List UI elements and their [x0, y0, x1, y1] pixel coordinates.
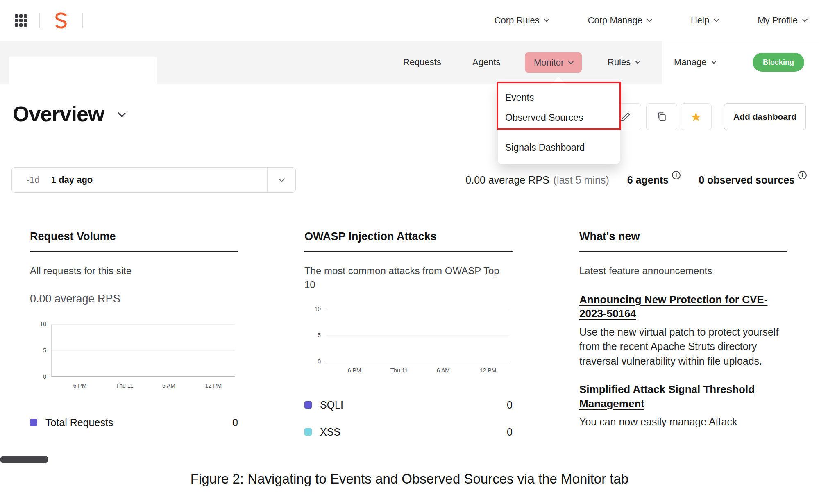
tab-agents[interactable]: Agents: [472, 41, 501, 84]
legend-label: XSS: [320, 426, 507, 438]
legend-label: Total Requests: [45, 417, 232, 429]
tab-requests[interactable]: Requests: [403, 41, 441, 84]
legend-value: 0: [507, 426, 513, 438]
observed-sources-link[interactable]: 0 observed sources: [699, 174, 807, 186]
chevron-down-icon: [568, 59, 574, 64]
nav-help[interactable]: Help: [691, 15, 718, 26]
signal-sciences-logo-icon[interactable]: [52, 11, 70, 30]
title-underline: [304, 251, 513, 252]
info-icon[interactable]: [798, 171, 807, 179]
badge-label: Blocking: [763, 58, 794, 67]
summary-stats: 0.00 average RPS(last 5 mins) 6 agents 0…: [465, 167, 807, 193]
page-header: Overview: [13, 102, 125, 126]
screenshot-root: Corp Rules Corp Manage Help My Profile R…: [0, 0, 819, 504]
menu-item-events[interactable]: Events: [498, 88, 620, 108]
nav-corp-rules[interactable]: Corp Rules: [495, 15, 549, 26]
card-subtitle: Latest feature announcements: [579, 264, 787, 278]
y-tick: 5: [30, 347, 46, 354]
legend-swatch: [304, 401, 312, 409]
time-range-dropdown-toggle[interactable]: [268, 179, 295, 181]
y-tick: 10: [304, 306, 321, 312]
announcement-link[interactable]: Announcing New Protection for CVE-2023-5…: [579, 293, 776, 321]
x-tick: 12 PM: [480, 367, 496, 374]
announcement-body: You can now easily manage Attack: [579, 415, 784, 429]
nav-label: My Profile: [758, 15, 798, 26]
scrollbar-thumb[interactable]: [0, 456, 48, 463]
observed-sources-link-label: 0 observed sources: [699, 174, 795, 186]
nav-label: Help: [691, 15, 709, 26]
agents-link-label: 6 agents: [627, 174, 669, 186]
card-subtitle: The most common attacks from OWASP Top 1…: [304, 264, 513, 292]
chevron-down-icon: [647, 17, 652, 22]
dashboard-selector-chevron-icon[interactable]: [118, 109, 126, 117]
divider: [82, 13, 83, 28]
favorite-dashboard-button[interactable]: ★: [681, 103, 712, 130]
x-tick: 6 PM: [348, 367, 361, 374]
pencil-icon: [620, 111, 631, 122]
announcement-link[interactable]: Simplified Attack Signal Threshold Manag…: [579, 382, 776, 411]
card-title: What's new: [579, 230, 787, 243]
title-underline: [579, 251, 787, 252]
time-range-shortcut: -1d: [27, 175, 40, 185]
tab-label: Agents: [472, 57, 501, 68]
x-tick: 6 PM: [73, 382, 87, 389]
legend-label: SQLI: [320, 399, 507, 411]
announcement-item: Simplified Attack Signal Threshold Manag…: [579, 382, 787, 429]
legend-row-xss: XSS 0: [304, 423, 513, 441]
menu-item-observed-sources[interactable]: Observed Sources: [498, 108, 620, 128]
card-average-rps: 0.00 average RPS: [30, 293, 238, 305]
x-tick: 6 AM: [162, 382, 175, 389]
legend-swatch: [30, 419, 37, 426]
card-request-volume: Request Volume All requests for this sit…: [30, 230, 238, 440]
x-tick: Thu 11: [390, 367, 408, 374]
legend-swatch: [304, 428, 312, 436]
y-tick: 0: [30, 373, 46, 380]
tab-rules[interactable]: Rules: [608, 41, 640, 84]
chart-legend: SQLI 0 XSS 0: [304, 396, 513, 441]
menu-item-signals-dashboard[interactable]: Signals Dashboard: [498, 138, 620, 158]
monitor-dropdown-menu: Events Observed Sources Signals Dashboar…: [498, 84, 620, 164]
legend-value: 0: [232, 417, 238, 429]
chevron-down-icon: [278, 176, 285, 182]
info-icon[interactable]: [672, 171, 681, 179]
blocking-mode-badge[interactable]: Blocking: [753, 53, 804, 72]
app-grid-icon[interactable]: [15, 14, 27, 27]
chevron-down-icon: [544, 17, 549, 22]
tab-label: Requests: [403, 57, 441, 68]
card-owasp-injection-attacks: OWASP Injection Attacks The most common …: [304, 230, 513, 450]
add-dashboard-button[interactable]: Add dashboard: [724, 103, 806, 130]
nav-label: Corp Manage: [588, 15, 642, 26]
tab-label: Manage: [674, 57, 707, 68]
plot-area: [326, 309, 509, 361]
nav-my-profile[interactable]: My Profile: [758, 15, 807, 26]
site-name-redacted: [9, 57, 157, 84]
rps-note: (last 5 mins): [554, 174, 609, 186]
card-whats-new: What's new Latest feature announcements …: [579, 230, 787, 429]
y-tick: 0: [304, 358, 321, 365]
x-tick: Thu 11: [116, 382, 134, 389]
duplicate-dashboard-button[interactable]: [646, 103, 677, 130]
card-subtitle: All requests for this site: [30, 264, 238, 278]
chevron-down-icon: [635, 59, 640, 64]
legend-value: 0: [507, 399, 513, 411]
chevron-down-icon: [802, 17, 808, 22]
tab-label: Rules: [608, 57, 631, 68]
rps-value: 0.00 average RPS: [465, 174, 549, 186]
page-title: Overview: [13, 102, 104, 126]
tab-monitor-active[interactable]: Monitor: [525, 52, 582, 73]
plot-area: [51, 324, 235, 377]
agents-link[interactable]: 6 agents: [627, 174, 681, 186]
y-tick: 5: [304, 332, 321, 338]
nav-corp-manage[interactable]: Corp Manage: [588, 15, 651, 26]
tab-manage[interactable]: Manage: [674, 41, 716, 84]
y-tick: 10: [30, 321, 46, 327]
card-title: Request Volume: [30, 230, 238, 243]
chart-legend: Total Requests 0: [30, 413, 238, 431]
request-volume-chart: 10 5 0 6 PM Thu 11 6 AM 12 PM: [30, 321, 238, 391]
time-range-selector[interactable]: -1d 1 day ago: [11, 167, 296, 193]
legend-row-total-requests: Total Requests 0: [30, 413, 238, 431]
star-icon: ★: [690, 111, 702, 123]
tab-label: Monitor: [534, 57, 564, 68]
x-tick: 6 AM: [437, 367, 450, 374]
chevron-down-icon: [714, 17, 719, 22]
